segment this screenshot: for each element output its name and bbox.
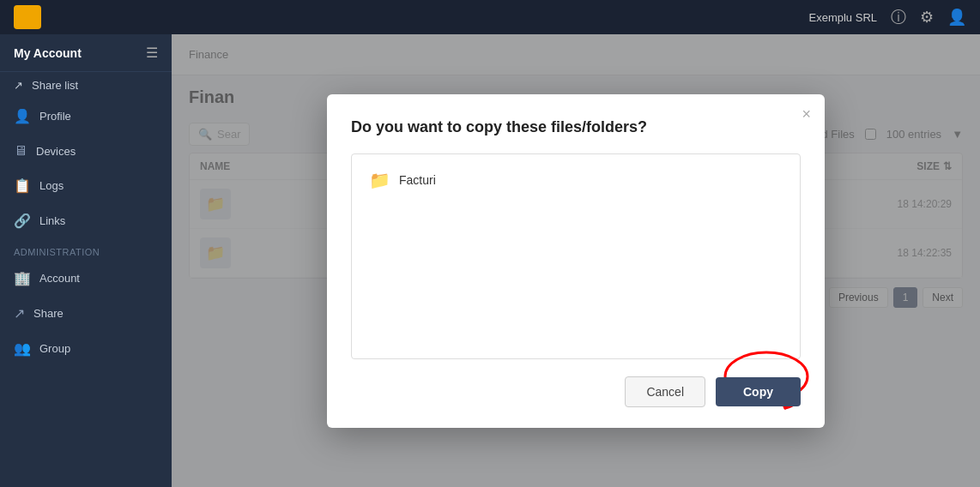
links-icon: 🔗 <box>14 213 31 229</box>
sidebar-group-label: Group <box>39 342 70 355</box>
devices-icon: 🖥 <box>14 143 27 159</box>
hamburger-icon[interactable]: ☰ <box>146 45 158 61</box>
share-list-icon: ↗ <box>14 79 23 92</box>
sidebar-share-label: Share <box>33 307 64 320</box>
modal-actions: Cancel Copy <box>351 376 801 407</box>
sidebar-item-profile[interactable]: 👤 Profile <box>0 99 172 134</box>
group-icon: 👥 <box>14 340 31 357</box>
sidebar: My Account ☰ ↗ Share list 👤 Profile 🖥 De… <box>0 34 172 487</box>
modal-folder-icon: 📁 <box>369 170 390 190</box>
sidebar-item-share[interactable]: ↗ Share <box>0 296 172 331</box>
logs-icon: 📋 <box>14 177 31 194</box>
modal-title: Do you want to copy these files/folders? <box>351 118 801 136</box>
modal-folder-item[interactable]: 📁 Facturi <box>362 165 789 195</box>
settings-icon[interactable]: ⚙ <box>920 8 934 27</box>
modal-close-button[interactable]: × <box>802 106 811 122</box>
sidebar-title: My Account <box>14 46 82 60</box>
sidebar-devices-label: Devices <box>36 145 76 158</box>
sidebar-item-share-list[interactable]: ↗ Share list <box>0 72 172 99</box>
share-list-label: Share list <box>32 79 78 92</box>
profile-icon: 👤 <box>14 108 31 124</box>
modal-overlay: × Do you want to copy these files/folder… <box>172 34 980 487</box>
sidebar-item-links[interactable]: 🔗 Links <box>0 203 172 238</box>
modal-body: 📁 Facturi <box>351 153 801 359</box>
main-content: Finance Finan 🔍 Sear Deleted Files 100 e… <box>172 34 980 487</box>
copy-modal: × Do you want to copy these files/folder… <box>327 94 825 428</box>
sidebar-item-account[interactable]: 🏢 Account <box>0 261 172 296</box>
sidebar-profile-label: Profile <box>39 110 71 123</box>
administration-label: Administration <box>0 238 172 261</box>
company-name: Exemplu SRL <box>809 11 877 24</box>
copy-button[interactable]: Copy <box>716 377 801 406</box>
sidebar-links-label: Links <box>39 214 65 227</box>
sidebar-item-devices[interactable]: 🖥 Devices <box>0 134 172 168</box>
sidebar-logs-label: Logs <box>39 179 64 192</box>
sidebar-item-group[interactable]: 👥 Group <box>0 331 172 366</box>
layout: My Account ☰ ↗ Share list 👤 Profile 🖥 De… <box>0 34 980 487</box>
user-icon[interactable]: 👤 <box>947 8 966 27</box>
account-icon: 🏢 <box>14 270 31 286</box>
topbar: Exemplu SRL ⓘ ⚙ 👤 <box>0 0 980 34</box>
copy-button-wrapper: Copy <box>716 377 801 406</box>
sidebar-account-label: Account <box>39 272 80 285</box>
cancel-button[interactable]: Cancel <box>625 376 705 407</box>
sidebar-item-logs[interactable]: 📋 Logs <box>0 168 172 203</box>
brand-logo <box>14 5 41 29</box>
help-icon[interactable]: ⓘ <box>891 7 906 27</box>
sidebar-header: My Account ☰ <box>0 34 172 72</box>
share-icon: ↗ <box>14 305 25 322</box>
modal-folder-name: Facturi <box>399 173 436 187</box>
